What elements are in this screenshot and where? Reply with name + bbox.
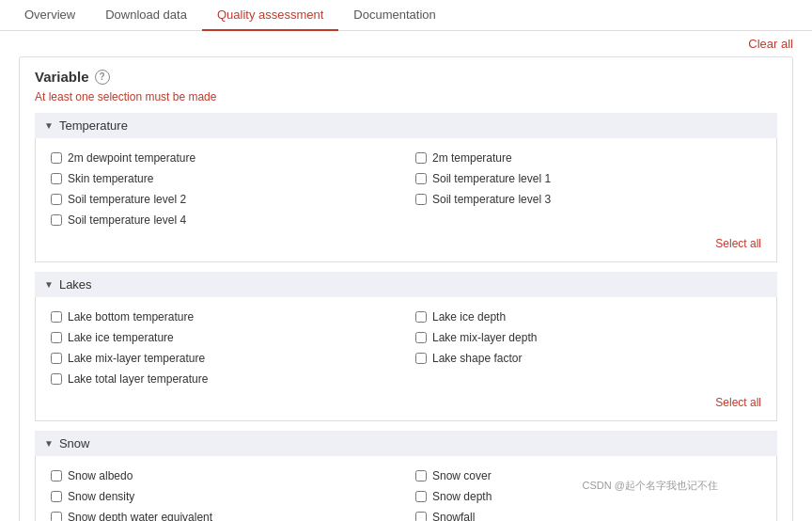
snow-checkbox-grid: Snow albedo Snow cover Snow density Snow…: [51, 467, 761, 521]
checkbox-snow-density[interactable]: [51, 491, 62, 502]
variable-section: Variable ? At least one selection must b…: [19, 56, 793, 521]
group-lakes-label: Lakes: [59, 277, 92, 292]
checkbox-snow-cover[interactable]: [415, 470, 427, 482]
group-temperature-body: 2m dewpoint temperature 2m temperature S…: [35, 138, 777, 262]
checkbox-lake-bottom-temp[interactable]: [51, 311, 62, 323]
lakes-select-all-row: Select all: [51, 387, 761, 409]
tab-quality-assessment[interactable]: Quality assessment: [202, 0, 338, 31]
tab-bar: Overview Download data Quality assessmen…: [0, 0, 812, 31]
group-lakes-body: Lake bottom temperature Lake ice depth L…: [35, 297, 777, 421]
tab-documentation[interactable]: Documentation: [338, 0, 450, 31]
list-item[interactable]: Lake bottom temperature: [51, 308, 397, 325]
checkbox-snowfall[interactable]: [415, 512, 427, 521]
checkbox-2m-dewpoint[interactable]: [51, 152, 62, 164]
group-temperature-header[interactable]: ▼ Temperature: [35, 113, 777, 138]
tab-overview[interactable]: Overview: [9, 0, 90, 31]
temperature-checkbox-grid: 2m dewpoint temperature 2m temperature S…: [51, 150, 761, 229]
temperature-select-all-link[interactable]: Select all: [715, 237, 761, 250]
checkbox-lake-shape-factor[interactable]: [415, 353, 427, 364]
group-snow-header[interactable]: ▼ Snow: [35, 431, 777, 456]
list-item[interactable]: Soil temperature level 4: [51, 212, 397, 229]
list-item[interactable]: 2m dewpoint temperature: [51, 150, 397, 166]
checkbox-lake-total-temp[interactable]: [51, 373, 62, 385]
list-item[interactable]: Lake shape factor: [415, 350, 761, 367]
checkbox-lake-ice-depth[interactable]: [415, 311, 427, 323]
list-item[interactable]: Lake mix-layer depth: [415, 329, 761, 346]
list-item[interactable]: Snow density: [51, 488, 397, 505]
validation-message: At least one selection must be made: [35, 90, 777, 103]
help-icon[interactable]: ?: [95, 70, 110, 85]
list-item[interactable]: Soil temperature level 2: [51, 191, 397, 208]
lakes-select-all-link[interactable]: Select all: [715, 396, 761, 409]
temperature-select-all-row: Select all: [51, 229, 761, 250]
clear-all-link[interactable]: Clear all: [748, 37, 793, 51]
lakes-checkbox-grid: Lake bottom temperature Lake ice depth L…: [51, 308, 761, 387]
checkbox-lake-mix-temp[interactable]: [51, 353, 62, 364]
checkbox-2m-temp[interactable]: [415, 152, 427, 164]
clear-all-bar: Clear all: [0, 31, 812, 56]
list-item[interactable]: Snow depth water equivalent: [51, 509, 397, 521]
checkbox-soil-temp-l2[interactable]: [51, 194, 62, 205]
group-temperature-label: Temperature: [59, 118, 128, 133]
checkbox-lake-ice-temp[interactable]: [51, 332, 62, 343]
chevron-down-icon: ▼: [44, 279, 54, 290]
variable-header: Variable ?: [35, 69, 777, 85]
tab-download-data[interactable]: Download data: [90, 0, 202, 31]
group-temperature: ▼ Temperature 2m dewpoint temperature 2m…: [35, 113, 777, 262]
list-item[interactable]: 2m temperature: [415, 150, 761, 166]
list-item[interactable]: Lake mix-layer temperature: [51, 350, 397, 367]
checkbox-soil-temp-l1[interactable]: [415, 173, 427, 184]
checkbox-soil-temp-l3[interactable]: [415, 194, 427, 205]
list-item[interactable]: Soil temperature level 1: [415, 170, 761, 187]
list-item[interactable]: Lake total layer temperature: [51, 371, 397, 387]
checkbox-snow-depth[interactable]: [415, 491, 427, 502]
chevron-down-icon: ▼: [44, 120, 54, 131]
list-item[interactable]: Lake ice temperature: [51, 329, 397, 346]
list-item[interactable]: Lake ice depth: [415, 308, 761, 325]
group-lakes: ▼ Lakes Lake bottom temperature Lake ice…: [35, 272, 777, 421]
checkbox-skin-temp[interactable]: [51, 173, 62, 184]
variable-label: Variable: [35, 69, 89, 85]
checkbox-snow-depth-water[interactable]: [51, 512, 62, 521]
group-snow: ▼ Snow Snow albedo Snow cover Snow densi…: [35, 431, 777, 521]
checkbox-lake-mix-depth[interactable]: [415, 332, 427, 343]
chevron-down-icon: ▼: [44, 438, 54, 449]
list-item[interactable]: Skin temperature: [51, 170, 397, 187]
list-item[interactable]: Snowfall: [415, 509, 761, 521]
watermark: CSDN @起个名字我也记不住: [583, 479, 718, 493]
list-item[interactable]: Snow albedo: [51, 467, 397, 484]
checkbox-snow-albedo[interactable]: [51, 470, 62, 482]
group-lakes-header[interactable]: ▼ Lakes: [35, 272, 777, 297]
group-snow-label: Snow: [59, 436, 90, 450]
checkbox-soil-temp-l4[interactable]: [51, 214, 62, 226]
list-item[interactable]: Soil temperature level 3: [415, 191, 761, 208]
